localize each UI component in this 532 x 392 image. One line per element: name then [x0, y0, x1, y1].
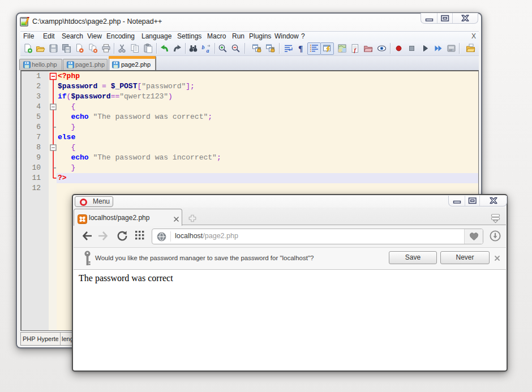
svg-text:a: a	[206, 48, 209, 54]
svg-text:¶: ¶	[299, 44, 303, 53]
svg-text:uc: uc	[449, 48, 452, 51]
svg-text:b: b	[201, 44, 204, 50]
